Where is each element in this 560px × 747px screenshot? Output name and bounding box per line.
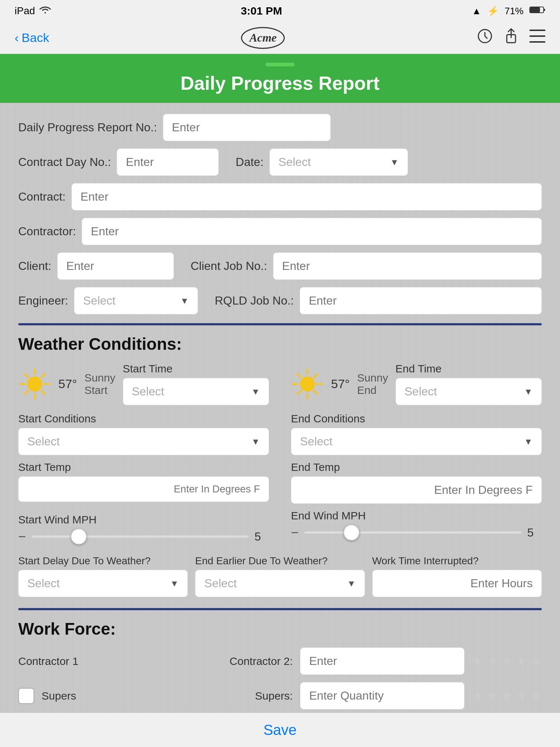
weather-section-title: Weather Conditions: xyxy=(18,334,542,354)
supers-star-3[interactable]: ★ xyxy=(501,688,513,704)
rqld-job-no-input[interactable] xyxy=(300,287,542,314)
start-wind-fill xyxy=(32,535,75,538)
sun-end-icon xyxy=(291,368,324,400)
nav-bar: ‹ Back Acme xyxy=(0,22,560,54)
header-title: Daily Progress Report xyxy=(15,72,545,94)
contract-row: Contract: xyxy=(18,183,542,210)
end-wind-thumb[interactable] xyxy=(343,525,359,541)
weather-start-col: 57° Sunny Start Start Time Select ▼ S xyxy=(18,363,269,551)
contract-day-label: Contract Day No.: xyxy=(18,155,111,169)
client-input[interactable] xyxy=(57,252,174,280)
client-job-no-input[interactable] xyxy=(273,252,542,280)
start-time-label: Start Time xyxy=(123,363,269,375)
svg-line-25 xyxy=(297,391,301,394)
start-time-select[interactable]: Select ▼ xyxy=(123,378,269,405)
engineer-row: Engineer: Select ▼ RQLD Job No.: xyxy=(18,287,542,314)
start-wind-thumb[interactable] xyxy=(71,529,87,545)
status-right: ▲ ⚡ 71% xyxy=(472,5,545,17)
end-wind-track xyxy=(304,531,521,534)
end-temp-input[interactable] xyxy=(291,476,542,504)
weather-end-col: 57° Sunny End End Time Select ▼ End C xyxy=(291,363,542,551)
engineer-select[interactable]: Select ▼ xyxy=(74,287,198,314)
svg-line-13 xyxy=(24,374,28,378)
end-earlier-group: End Earlier Due To Weather? Select ▼ xyxy=(195,555,365,597)
date-select[interactable]: Select ▼ xyxy=(269,148,408,176)
star-2[interactable]: ★ xyxy=(486,654,498,669)
supers-checkbox[interactable] xyxy=(18,688,34,704)
start-conditions-select[interactable]: Select ▼ xyxy=(18,428,269,455)
end-conditions-select[interactable]: Select ▼ xyxy=(291,428,542,455)
end-conditions-value: Select xyxy=(300,435,332,448)
contractor2-label: Contractor 2: xyxy=(230,655,293,667)
svg-rect-5 xyxy=(529,30,545,31)
supers-label: Supers xyxy=(42,690,76,702)
rqld-job-no-label: RQLD Job No.: xyxy=(215,294,294,307)
svg-line-14 xyxy=(41,391,45,394)
start-temp-input[interactable] xyxy=(18,476,269,502)
contractor-input[interactable] xyxy=(82,218,542,245)
svg-line-16 xyxy=(24,391,28,394)
work-time-input[interactable] xyxy=(372,570,542,597)
supers-star-2[interactable]: ★ xyxy=(486,688,498,704)
end-wind-minus[interactable]: − xyxy=(291,525,299,540)
contract-label: Contract: xyxy=(18,190,66,204)
end-wind-fill xyxy=(304,531,348,534)
start-label: Start xyxy=(84,384,115,396)
star-3[interactable]: ★ xyxy=(501,654,513,669)
acme-logo: Acme xyxy=(241,27,285,49)
end-earlier-value: Select xyxy=(204,577,237,590)
star-5[interactable]: ★ xyxy=(530,654,542,669)
save-button[interactable]: Save xyxy=(263,722,296,738)
supers-stars: ★ ★ ★ ★ ★ xyxy=(472,688,542,704)
start-delay-group: Start Delay Due To Weather? Select ▼ xyxy=(18,555,188,597)
start-delay-select[interactable]: Select ▼ xyxy=(18,570,188,597)
report-no-label: Daily Progress Report No.: xyxy=(18,121,157,134)
nav-icons xyxy=(477,28,545,47)
supers-star-1[interactable]: ★ xyxy=(472,688,483,704)
status-bar: iPad 3:01 PM ▲ ⚡ 71% xyxy=(0,0,560,22)
supers-star-5[interactable]: ★ xyxy=(530,688,542,704)
start-condition-display: Sunny xyxy=(84,372,115,384)
end-earlier-arrow: ▼ xyxy=(347,578,356,589)
contract-day-input[interactable] xyxy=(117,148,219,176)
workforce-section-title: Work Force: xyxy=(18,619,542,639)
header-banner: Daily Progress Report xyxy=(0,54,560,103)
supers-input[interactable] xyxy=(300,682,464,709)
end-temp-label: End Temp xyxy=(291,461,542,473)
start-wind-value: 5 xyxy=(254,530,269,543)
menu-icon[interactable] xyxy=(529,30,545,46)
end-time-select[interactable]: Select ▼ xyxy=(396,378,542,405)
end-earlier-select[interactable]: Select ▼ xyxy=(195,570,365,597)
contract-input[interactable] xyxy=(71,183,542,210)
start-wind-track xyxy=(32,535,249,538)
bluetooth-icon: ⚡ xyxy=(487,5,499,17)
engineer-label: Engineer: xyxy=(18,294,68,307)
contractor2-input[interactable] xyxy=(300,647,464,675)
start-wind-slider-container: − 5 xyxy=(18,529,269,544)
supers-star-4[interactable]: ★ xyxy=(516,688,527,704)
start-conditions-arrow: ▼ xyxy=(251,437,260,447)
start-time-arrow: ▼ xyxy=(251,387,260,397)
engineer-select-arrow: ▼ xyxy=(180,296,189,306)
date-select-arrow: ▼ xyxy=(390,157,399,167)
star-4[interactable]: ★ xyxy=(516,654,527,669)
share-icon[interactable] xyxy=(504,28,518,47)
wifi-icon xyxy=(39,5,51,17)
history-icon[interactable] xyxy=(477,28,493,47)
start-wind-minus[interactable]: − xyxy=(18,529,26,544)
main-content: Daily Progress Report Daily Progress Rep… xyxy=(0,54,560,747)
svg-rect-7 xyxy=(529,41,545,43)
battery-label: 71% xyxy=(505,5,524,17)
start-delay-value: Select xyxy=(27,577,60,590)
report-no-input[interactable] xyxy=(163,114,331,141)
star-1[interactable]: ★ xyxy=(472,654,483,669)
client-label: Client: xyxy=(18,259,51,273)
end-condition-display: Sunny xyxy=(357,372,388,384)
date-select-value: Select xyxy=(279,155,311,169)
start-temp-label: Start Temp xyxy=(18,461,269,473)
supers-right-row: Supers: ★ ★ ★ ★ ★ xyxy=(255,682,542,709)
date-label: Date: xyxy=(236,155,263,169)
back-button[interactable]: ‹ Back xyxy=(15,31,49,45)
status-time: 3:01 PM xyxy=(241,5,282,17)
end-time-label: End Time xyxy=(396,363,542,375)
